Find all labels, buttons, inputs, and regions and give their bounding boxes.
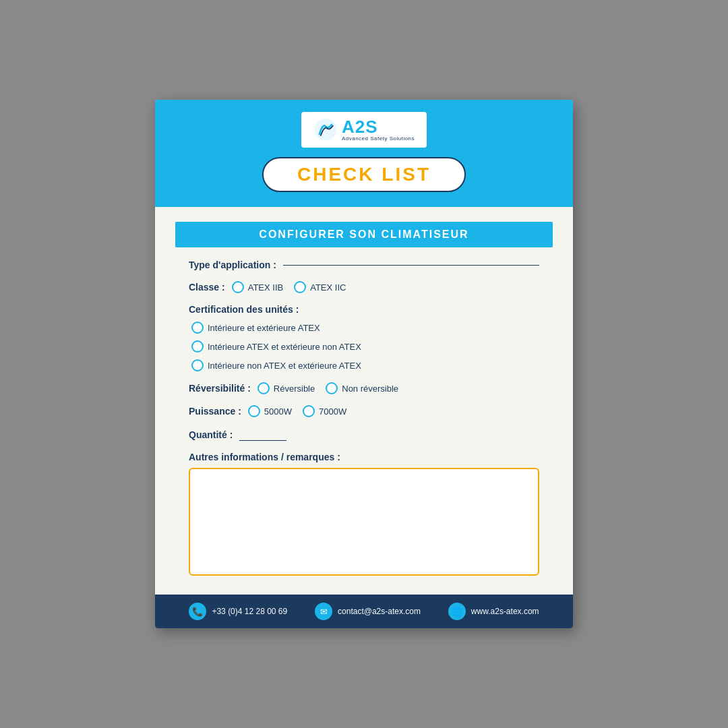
puissance-label: Puissance :	[189, 406, 241, 417]
footer-website: 🌐 www.a2s-atex.com	[448, 603, 539, 620]
checklist-title-box: CHECK LIST	[262, 157, 466, 192]
radio-circle-iic[interactable]	[294, 281, 306, 293]
certification-section: Certification des unités : Intérieure et…	[189, 304, 539, 371]
section-header: CONFIGURER SON CLIMATISEUR	[175, 222, 553, 247]
header: A2S Advanced Safety Solutions CHECK LIST	[155, 100, 573, 207]
phone-text: +33 (0)4 12 28 00 69	[212, 607, 287, 616]
quantite-underline	[239, 428, 286, 441]
classe-iic-label: ATEX IIC	[310, 282, 346, 293]
application-row: Type d'application :	[189, 260, 539, 270]
logo-tagline-text: Advanced Safety Solutions	[342, 136, 415, 142]
remarks-section: Autres informations / remarques :	[189, 452, 539, 578]
radio-circle-iib[interactable]	[232, 281, 244, 293]
radio-circle-rev2[interactable]	[326, 382, 338, 394]
email-text: contact@a2s-atex.com	[338, 607, 421, 616]
footer: 📞 +33 (0)4 12 28 00 69 ✉ contact@a2s-ate…	[155, 595, 573, 628]
reversibility-label: Réversibilité :	[189, 383, 251, 394]
checklist-title: CHECK LIST	[297, 164, 431, 185]
cert-option-1[interactable]: Intérieure et extérieure ATEX	[191, 322, 539, 334]
classe-radio-group: ATEX IIB ATEX IIC	[232, 281, 346, 293]
radio-circle-pui1[interactable]	[248, 405, 260, 417]
footer-email: ✉ contact@a2s-atex.com	[315, 603, 421, 620]
cert-label-1: Intérieure et extérieure ATEX	[208, 323, 320, 333]
application-underline	[283, 265, 539, 266]
cert-option-3[interactable]: Intérieure non ATEX et extérieure ATEX	[191, 359, 539, 371]
pui-label-1: 5000W	[264, 406, 292, 417]
puissance-radio-group: 5000W 7000W	[248, 405, 346, 417]
pui-option-5000[interactable]: 5000W	[248, 405, 292, 417]
classe-label: Classe :	[189, 282, 225, 293]
website-text: www.a2s-atex.com	[471, 607, 539, 616]
cert-label-3: Intérieure non ATEX et extérieure ATEX	[208, 361, 361, 371]
reversibility-row: Réversibilité : Réversible Non réversibl…	[189, 382, 539, 394]
classe-option-iic[interactable]: ATEX IIC	[294, 281, 346, 293]
rev-label-1: Réversible	[274, 384, 315, 394]
radio-circle-cert3[interactable]	[191, 359, 204, 371]
logo-text-container: A2S Advanced Safety Solutions	[342, 117, 415, 142]
certification-label: Certification des unités :	[189, 304, 539, 315]
footer-phone: 📞 +33 (0)4 12 28 00 69	[189, 603, 287, 620]
rev-option-reversible[interactable]: Réversible	[257, 382, 315, 394]
cert-option-2[interactable]: Intérieure ATEX et extérieure non ATEX	[191, 340, 539, 353]
classe-option-iib[interactable]: ATEX IIB	[232, 281, 284, 293]
globe-icon: 🌐	[448, 603, 466, 620]
radio-circle-rev1[interactable]	[257, 382, 270, 394]
logo-a2s-text: A2S	[342, 117, 415, 137]
cert-label-2: Intérieure ATEX et extérieure non ATEX	[208, 342, 361, 352]
application-label: Type d'application :	[189, 260, 276, 270]
pui-option-7000[interactable]: 7000W	[303, 405, 346, 417]
document-page: A2S Advanced Safety Solutions CHECK LIST…	[155, 100, 573, 628]
certification-options: Intérieure et extérieure ATEX Intérieure…	[189, 322, 539, 371]
puissance-row: Puissance : 5000W 7000W	[189, 405, 539, 417]
quantite-row: Quantité :	[189, 428, 539, 441]
svg-point-0	[315, 119, 336, 140]
pui-label-2: 7000W	[319, 406, 346, 417]
radio-circle-pui2[interactable]	[303, 405, 315, 417]
remarks-textarea[interactable]	[189, 468, 539, 576]
rev-option-non-reversible[interactable]: Non réversible	[326, 382, 398, 394]
form-body: Type d'application : Classe : ATEX IIB A…	[155, 247, 573, 589]
reversibility-radio-group: Réversible Non réversible	[257, 382, 398, 394]
email-icon: ✉	[315, 603, 332, 620]
radio-circle-cert2[interactable]	[191, 340, 204, 353]
radio-circle-cert1[interactable]	[191, 322, 204, 334]
section-subtitle: CONFIGURER SON CLIMATISEUR	[259, 229, 468, 240]
rev-label-2: Non réversible	[342, 384, 398, 394]
quantite-label: Quantité :	[189, 429, 233, 440]
classe-iib-label: ATEX IIB	[248, 282, 284, 293]
logo-icon	[313, 117, 338, 142]
classe-row: Classe : ATEX IIB ATEX IIC	[189, 281, 539, 293]
remarks-label: Autres informations / remarques :	[189, 452, 539, 462]
phone-icon: 📞	[189, 603, 206, 620]
logo-box: A2S Advanced Safety Solutions	[301, 112, 427, 148]
